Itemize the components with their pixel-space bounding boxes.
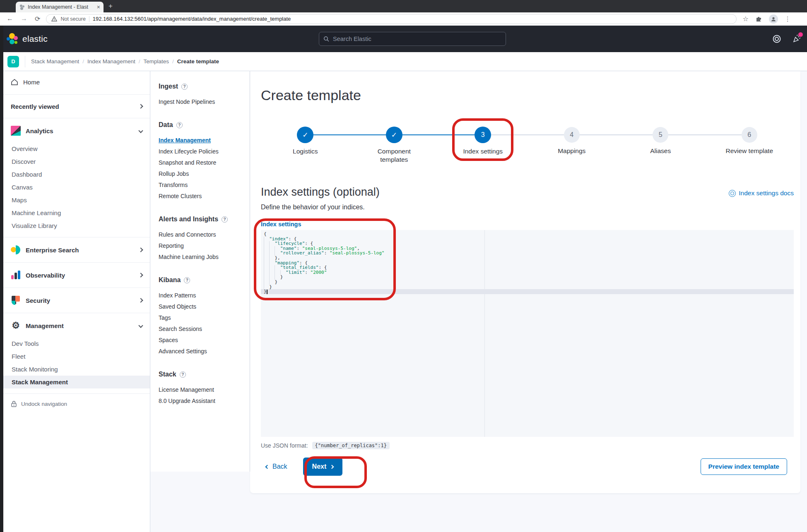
nav-item-machine-learning-jobs[interactable]: Machine Learning Jobs (159, 251, 250, 262)
sidebar-section-recently-viewed[interactable]: Recently viewed (3, 96, 150, 116)
chevron-down-icon (138, 323, 143, 328)
browser-profile-avatar[interactable] (769, 14, 778, 24)
sidebar-section-security[interactable]: Security (3, 290, 150, 311)
nav-item-upgrade-assistant[interactable]: 8.0 Upgrade Assistant (159, 395, 250, 406)
code-lines: { "index": { "lifecycle": { "name": "sea… (261, 230, 794, 294)
management-nav-heading-alerts: Alerts and Insights (159, 216, 250, 223)
sidebar-section-observability[interactable]: Observability (3, 264, 150, 286)
sidebar-item-fleet[interactable]: Fleet (3, 350, 150, 363)
nav-item-search-sessions[interactable]: Search Sessions (159, 323, 250, 334)
back-button[interactable]: Back (266, 463, 287, 470)
divider (3, 262, 150, 263)
breadcrumb-templates[interactable]: Templates (143, 58, 169, 65)
sidebar-item-maps[interactable]: Maps (3, 194, 150, 206)
nav-item-advanced-settings[interactable]: Advanced Settings (159, 345, 250, 357)
management-nav-heading-stack: Stack (159, 371, 250, 378)
sidebar-item-machine-learning[interactable]: Machine Learning (3, 206, 150, 219)
address-bar[interactable]: Not secure 192.168.164.132:5601/app/mana… (46, 14, 737, 24)
nav-item-ingest-node-pipelines[interactable]: Ingest Node Pipelines (159, 96, 250, 107)
nav-item-rollup-jobs[interactable]: Rollup Jobs (159, 168, 250, 179)
help-icon[interactable] (772, 34, 781, 43)
step-component-templates[interactable]: ✓ Component templates (350, 127, 439, 170)
url-text[interactable]: 192.168.164.132:5601/app/management/data… (93, 16, 291, 22)
preview-index-template-button[interactable]: Preview index template (701, 458, 787, 475)
warning-icon (51, 16, 57, 22)
newsfeed-icon[interactable] (792, 34, 801, 43)
nav-item-index-management[interactable]: Index Management (159, 134, 250, 146)
breadcrumb-stack-management[interactable]: Stack Management (31, 58, 79, 65)
step-number: 4 (564, 127, 580, 143)
nav-item-remote-clusters[interactable]: Remote Clusters (159, 190, 250, 201)
index-settings-docs-link[interactable]: Index settings docs (729, 189, 794, 197)
bookmark-star-icon[interactable]: ☆ (742, 15, 748, 23)
sidebar-item-home[interactable]: Home (3, 71, 150, 93)
management-nav-heading-data: Data (159, 121, 250, 129)
create-template-panel: Create template ✓ Logistics ✓ Component … (250, 71, 800, 493)
chevron-right-icon (138, 298, 143, 302)
nav-item-reporting[interactable]: Reporting (159, 240, 250, 251)
security-logo-icon (11, 295, 21, 305)
elastic-logo[interactable]: elastic (0, 33, 83, 45)
management-nav: Ingest Ingest Node Pipelines Data Index … (150, 71, 250, 472)
sidebar-section-analytics[interactable]: Analytics (3, 120, 150, 141)
nav-item-transforms[interactable]: Transforms (159, 179, 250, 190)
chevron-right-icon (138, 273, 143, 277)
nav-item-index-patterns[interactable]: Index Patterns (159, 290, 250, 301)
sidebar-item-canvas[interactable]: Canvas (3, 181, 150, 194)
back-nav-icon[interactable]: ← (7, 15, 13, 23)
chevron-left-icon (265, 465, 270, 469)
step-check-icon: ✓ (297, 127, 313, 143)
nav-item-spaces[interactable]: Spaces (159, 334, 250, 345)
sidebar-item-dev-tools[interactable]: Dev Tools (3, 337, 150, 350)
tab-close-icon[interactable]: × (97, 4, 100, 10)
question-icon[interactable] (180, 371, 186, 378)
forward-nav-icon[interactable]: → (21, 15, 27, 23)
browser-menu-icon[interactable]: ⋮ (785, 15, 791, 23)
nav-item-snapshot-and-restore[interactable]: Snapshot and Restore (159, 157, 250, 168)
home-icon (11, 79, 18, 86)
step-review-template[interactable]: 6 Review template (705, 127, 794, 170)
browser-toolbar: ← → ⟳ Not secure 192.168.164.132:5601/ap… (0, 12, 807, 26)
undock-navigation[interactable]: Undock navigation (3, 395, 150, 412)
step-number: 5 (653, 127, 668, 143)
step-mappings[interactable]: 4 Mappings (528, 127, 617, 170)
sidebar-item-overview[interactable]: Overview (3, 142, 150, 155)
nav-item-tags[interactable]: Tags (159, 312, 250, 323)
question-icon[interactable] (222, 216, 228, 223)
sidebar-item-stack-monitoring[interactable]: Stack Monitoring (3, 363, 150, 376)
global-search-input[interactable]: Search Elastic (319, 32, 506, 46)
security-label[interactable]: Not secure (60, 16, 85, 22)
sidebar-item-visualize-library[interactable]: Visualize Library (3, 219, 150, 232)
sidebar-item-stack-management[interactable]: Stack Management (3, 376, 150, 388)
space-avatar[interactable]: D (7, 56, 19, 67)
breadcrumb-index-management[interactable]: Index Management (87, 58, 135, 65)
question-icon[interactable] (176, 122, 183, 128)
observability-logo-icon (11, 270, 21, 280)
next-button[interactable]: Next (303, 458, 343, 476)
sidebar-section-enterprise-search[interactable]: Enterprise Search (3, 239, 150, 261)
sidebar-item-dashboard[interactable]: Dashboard (3, 168, 150, 181)
divider (3, 237, 150, 237)
question-icon[interactable] (184, 277, 190, 283)
question-icon[interactable] (181, 84, 188, 90)
new-tab-button[interactable]: + (108, 2, 113, 10)
nav-item-license-management[interactable]: License Management (159, 384, 250, 395)
reload-icon[interactable]: ⟳ (35, 15, 40, 23)
extensions-puzzle-icon[interactable] (755, 15, 762, 22)
nav-item-rules-and-connectors[interactable]: Rules and Connectors (159, 229, 250, 240)
step-index-settings[interactable]: 3 Index settings (438, 127, 528, 170)
elastic-header: elastic Search Elastic (0, 26, 807, 52)
nav-item-index-lifecycle-policies[interactable]: Index Lifecycle Policies (159, 146, 250, 157)
nav-item-saved-objects[interactable]: Saved Objects (159, 301, 250, 312)
step-aliases[interactable]: 5 Aliases (616, 127, 705, 170)
breadcrumb-create-template: Create template (177, 58, 219, 65)
management-nav-heading-ingest: Ingest (159, 83, 250, 90)
divider (3, 313, 150, 313)
step-logistics[interactable]: ✓ Logistics (261, 127, 350, 170)
enterprise-search-logo-icon (11, 245, 21, 255)
sidebar-section-management[interactable]: ⚙ Management (3, 315, 150, 336)
browser-tab[interactable]: Index Management - Elast × (16, 2, 104, 12)
index-settings-editor[interactable]: { "index": { "lifecycle": { "name": "sea… (261, 230, 794, 437)
sidebar-item-discover[interactable]: Discover (3, 155, 150, 168)
elastic-logo-icon (7, 33, 18, 45)
